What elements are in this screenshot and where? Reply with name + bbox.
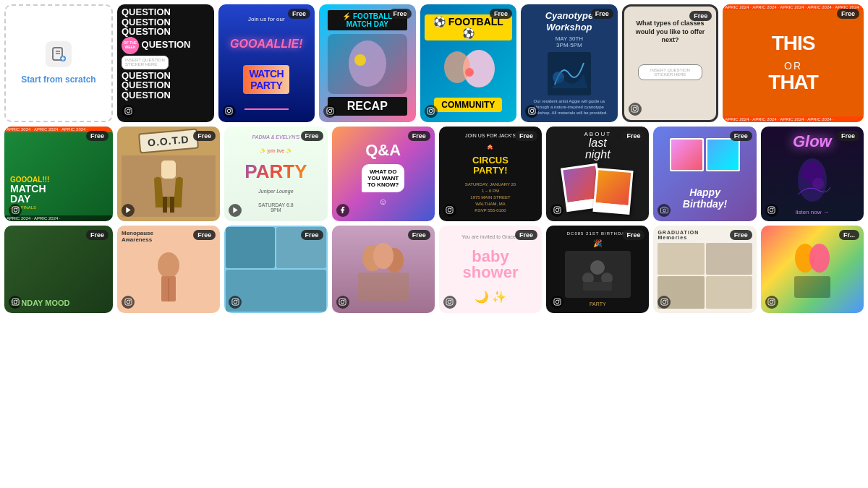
- instagram-icon-16: [9, 296, 22, 309]
- svg-rect-52: [12, 299, 18, 305]
- svg-point-45: [663, 209, 666, 212]
- free-badge-23: Fr...: [839, 230, 859, 240]
- svg-point-18: [444, 51, 470, 83]
- free-badge-19: Free: [408, 230, 430, 240]
- party-join: ✨ join live ✨: [260, 148, 292, 154]
- goooal-text: GOOOAL!!!: [10, 176, 49, 184]
- scratch-card-wrapper: Start from scratch: [4, 4, 113, 122]
- svg-rect-25: [529, 108, 535, 114]
- instagram-icon-15: [765, 204, 778, 217]
- svg-marker-38: [233, 207, 237, 213]
- instagram-icon-5: [525, 105, 538, 118]
- svg-rect-39: [446, 207, 453, 213]
- cyanotype-desc: Our resident artist Aggie will guide us …: [527, 99, 612, 116]
- camera-icon-bday: [658, 204, 671, 217]
- menopause-card[interactable]: Free MenopauseAwareness: [117, 226, 220, 313]
- match-day-card-2[interactable]: APRIC 2024 · APRIC 2024 · APRIC 2024 · F…: [4, 127, 113, 221]
- circus-card[interactable]: Free JOIN US FOR JACK'S 🎪 CIRCUSPARTY! S…: [439, 127, 542, 221]
- free-badge-12: Free: [515, 131, 537, 141]
- svg-point-44: [558, 207, 559, 208]
- svg-point-80: [558, 300, 559, 301]
- svg-point-89: [773, 300, 774, 301]
- sunday-mood-card[interactable]: Free SUNDAY MOOD: [4, 226, 113, 313]
- svg-point-72: [448, 300, 452, 304]
- svg-point-8: [129, 108, 130, 109]
- ootd-card[interactable]: Free O.O.T.D: [117, 127, 220, 221]
- svg-point-7: [127, 109, 130, 113]
- svg-rect-78: [554, 299, 561, 305]
- question-card[interactable]: QUESTIONQUESTIONQUESTION OF THE WEEK QUE…: [117, 4, 214, 122]
- svg-rect-68: [339, 299, 346, 305]
- dc085-text: DC085 21ST BIRTHDAY: [567, 231, 629, 236]
- svg-point-50: [770, 208, 773, 212]
- last-night-card[interactable]: Free ABOUT lastnight: [546, 127, 649, 221]
- match-day-text-2: MATCHDAY: [10, 184, 46, 204]
- baby-shower-card[interactable]: Free You are invited to Grace's babyshow…: [439, 226, 542, 313]
- svg-rect-20: [427, 108, 434, 114]
- svg-rect-49: [768, 207, 775, 213]
- colorful-last-card[interactable]: Fr...: [761, 226, 864, 313]
- start-from-scratch[interactable]: Start from scratch: [4, 4, 113, 122]
- svg-point-53: [14, 300, 17, 304]
- ticker-bottom: APRIC 2024 · APRIC 2024 · APRIC 2024 · A…: [723, 116, 864, 122]
- instagram-icon-20: [443, 296, 456, 309]
- instagram-icon-13: [550, 204, 563, 217]
- svg-point-48: [812, 178, 824, 189]
- svg-point-16: [331, 108, 332, 109]
- svg-point-27: [533, 108, 534, 109]
- question-template-card[interactable]: Free What types of classes would you lik…: [622, 4, 719, 122]
- cyanotype-card[interactable]: Free CyanotypeWorkshop MAY 30TH3PM-5PM: [521, 4, 618, 122]
- football-community-card[interactable]: Free ⚽ FOOTBALL ⚽ COMMUNITY: [420, 4, 517, 122]
- instagram-icon: [122, 105, 135, 118]
- svg-rect-28: [631, 106, 638, 112]
- qa-card[interactable]: Free Q&A WHAT DOYOU WANTTO KNOW? ☺: [332, 127, 435, 221]
- svg-rect-42: [554, 207, 561, 213]
- svg-point-11: [230, 108, 231, 109]
- svg-point-32: [14, 208, 17, 212]
- baby-shower-text: babyshower: [462, 249, 518, 281]
- svg-point-51: [773, 207, 774, 208]
- listen-now: listen now →: [796, 209, 829, 215]
- photo-collage-card[interactable]: Free: [224, 226, 327, 313]
- free-badge-10: Free: [301, 131, 323, 141]
- free-badge-9: Free: [193, 131, 216, 141]
- watch-party-join-text: Join us for our: [248, 16, 285, 22]
- svg-rect-9: [226, 108, 232, 114]
- svg-rect-87: [768, 299, 775, 305]
- svg-point-74: [590, 260, 605, 275]
- birthday-card[interactable]: Free HappyBirthday!: [653, 127, 756, 221]
- football-recap-card[interactable]: Free ⚡ FOOTBALLMATCH DAY RECAP: [319, 4, 416, 122]
- svg-point-63: [237, 300, 237, 301]
- instagram-icon-19: [336, 296, 349, 309]
- sticker-placeholder: INSERT QUESTIONSTICKER HERE: [122, 56, 169, 69]
- baby-invite-text: You are invited to Grace's: [461, 234, 519, 239]
- watch-party-main: WATCHPARTY: [243, 65, 289, 94]
- graduation-card[interactable]: Free GRADUATIONMemories: [653, 226, 756, 313]
- glow-card[interactable]: Free Glow listen now →: [761, 127, 864, 221]
- bday-dark-card[interactable]: Free DC085 21ST BIRTHDAY 🎉 PARTY: [546, 226, 649, 313]
- svg-point-62: [234, 300, 237, 304]
- new-document-icon: [46, 41, 72, 67]
- svg-point-22: [432, 108, 433, 109]
- free-badge: Free: [288, 9, 310, 19]
- svg-point-82: [663, 300, 666, 304]
- svg-point-70: [344, 300, 344, 301]
- match-day-ticker-2: APRIC 2024 · APRIC 2024 ·: [4, 215, 113, 221]
- svg-point-12: [349, 40, 386, 87]
- svg-rect-31: [12, 207, 18, 213]
- instagram-icon-8: [9, 204, 22, 217]
- this-or-that-card[interactable]: APRIC 2024 · APRIC 2024 · APRIC 2024 · A…: [723, 4, 864, 122]
- watch-party-card[interactable]: Free Join us for our GOOAALLIE! WATCHPAR…: [218, 4, 315, 122]
- instagram-icon-12: [443, 204, 456, 217]
- sunday-mood-text: SUNDAY MOOD: [10, 299, 107, 307]
- svg-rect-35: [163, 197, 167, 213]
- free-badge-20: Free: [515, 230, 537, 240]
- friends-selfie-card[interactable]: Free: [332, 226, 435, 313]
- instagram-icon-17: [122, 296, 135, 309]
- svg-rect-71: [446, 299, 453, 305]
- glow-text: Glow: [793, 132, 832, 151]
- free-badge-13: Free: [622, 131, 644, 141]
- free-badge-18: Free: [301, 230, 323, 240]
- svg-point-69: [341, 300, 344, 304]
- party-card[interactable]: Free PADMA & EVELYN'S ✨ join live ✨ PART…: [224, 127, 327, 221]
